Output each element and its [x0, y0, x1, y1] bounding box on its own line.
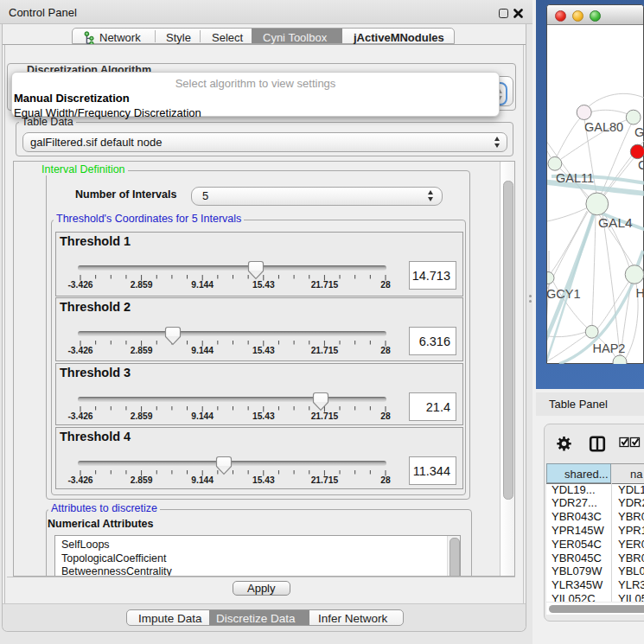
svg-text:GA: GA [634, 125, 644, 139]
svg-text:GAL80: GAL80 [584, 120, 623, 134]
svg-text:C: C [638, 158, 644, 172]
svg-text:HAP2: HAP2 [593, 341, 626, 355]
svg-text:GCY1: GCY1 [547, 287, 581, 301]
svg-text:GAL4: GAL4 [598, 215, 633, 230]
svg-text:H: H [636, 286, 644, 300]
svg-text:GAL11: GAL11 [556, 171, 594, 185]
